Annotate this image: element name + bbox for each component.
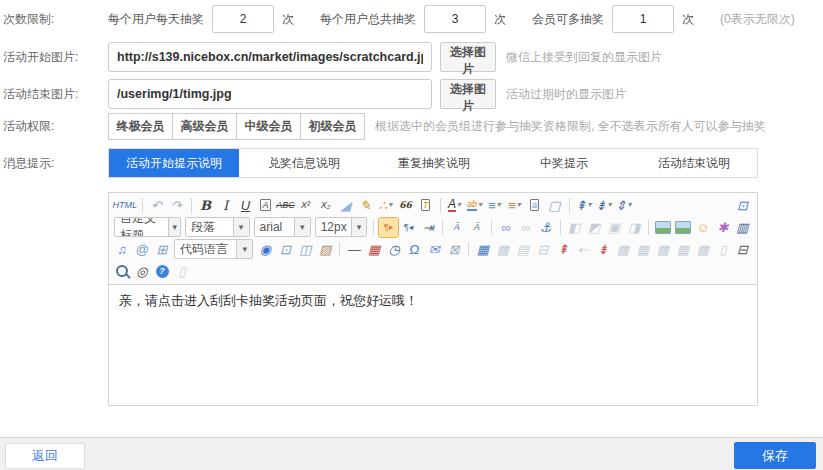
- insert-table-icon[interactable]: ▦: [474, 240, 493, 259]
- start-image-pick-button[interactable]: 选择图片: [440, 42, 496, 72]
- help-icon[interactable]: ?: [153, 262, 172, 281]
- message-icon[interactable]: ✉: [425, 240, 444, 259]
- eraser-icon[interactable]: ◢: [336, 196, 355, 215]
- table-title-icon: ▤: [514, 240, 533, 259]
- code-language-select-value: 代码语言: [180, 241, 228, 258]
- tab-win-prompt[interactable]: 中奖提示: [499, 149, 629, 177]
- member-extra-draw-group: 会员可多抽奖次: [532, 5, 694, 33]
- para-spacing-top-icon[interactable]: ⇞▾: [574, 196, 593, 215]
- daily-draw-limit-input[interactable]: [212, 5, 274, 33]
- back-button[interactable]: 返回: [5, 443, 85, 469]
- line-spacing-icon[interactable]: ⇕▾: [614, 196, 633, 215]
- source-code-button[interactable]: HTML: [113, 196, 138, 215]
- member-group-button[interactable]: 初级会员: [300, 113, 365, 140]
- end-image-pick-button[interactable]: 选择图片: [440, 79, 496, 109]
- member-extra-draw-input[interactable]: [612, 5, 674, 33]
- anchor-text-icon[interactable]: a: [525, 196, 544, 215]
- bold-icon[interactable]: B: [196, 196, 215, 215]
- undo-icon[interactable]: ↶: [147, 196, 166, 215]
- tab-repeat-draw-note[interactable]: 重复抽奖说明: [369, 149, 499, 177]
- char-border-icon[interactable]: A: [256, 196, 275, 215]
- para-spacing-bottom-icon[interactable]: ⇟▾: [594, 196, 613, 215]
- paragraph-select[interactable]: 段落▾: [185, 217, 249, 237]
- end-image-input[interactable]: [108, 79, 432, 109]
- end-image-hint: 活动过期时的显示图片: [506, 86, 626, 103]
- paste-text-icon[interactable]: T: [416, 196, 435, 215]
- special-chars-icon[interactable]: Ω: [405, 240, 424, 259]
- underline-icon[interactable]: U: [236, 196, 255, 215]
- map-icon[interactable]: ⊠: [445, 240, 464, 259]
- lowercase-icon[interactable]: Ã: [467, 218, 486, 237]
- superscript-icon[interactable]: X²: [296, 196, 315, 215]
- custom-title-select[interactable]: 自定义标题▾: [114, 217, 181, 237]
- permission-row-label: 活动权限:: [0, 118, 108, 135]
- total-draw-limit-input[interactable]: [424, 5, 486, 33]
- rtl-icon[interactable]: ¶◂: [399, 218, 418, 237]
- insert-frame-icon[interactable]: ⊞: [153, 240, 172, 259]
- preview-icon[interactable]: ⊡: [733, 196, 752, 215]
- permission-hint: 根据选中的会员组进行参与抽奖资格限制, 全不选表示所有人可以参与抽奖: [375, 118, 766, 135]
- find-icon[interactable]: ◎: [133, 262, 152, 281]
- toolbar-separator: [569, 198, 570, 213]
- template-icon[interactable]: ▨: [316, 240, 335, 259]
- delete-table-icon: ▦: [494, 240, 513, 259]
- paste-icon: ▯: [173, 262, 192, 281]
- redo-icon[interactable]: ↷: [167, 196, 186, 215]
- horizontal-rule-icon[interactable]: —: [345, 240, 364, 259]
- italic-icon[interactable]: I: [216, 196, 235, 215]
- date-icon[interactable]: ▦: [365, 240, 384, 259]
- table-layout-2-icon: ▦: [634, 240, 653, 259]
- subscript-icon[interactable]: X₂: [316, 196, 335, 215]
- blockquote-icon[interactable]: 66: [396, 196, 415, 215]
- save-button[interactable]: 保存: [734, 442, 816, 469]
- font-size-select[interactable]: 12px▾: [315, 217, 368, 237]
- toolbar-separator: [142, 198, 143, 213]
- tab-activity-end-note[interactable]: 活动结束说明: [629, 149, 759, 177]
- ordered-list-icon[interactable]: ≡▾: [485, 196, 504, 215]
- attachment-icon[interactable]: @: [133, 240, 152, 259]
- emotion-icon[interactable]: ☺: [693, 218, 712, 237]
- ltr-icon[interactable]: ¶▸: [379, 218, 398, 237]
- limit-row: 次数限制: 每个用户每天抽奖次每个用户总共抽奖次会员可多抽奖次 (0表示无限次): [0, 5, 795, 33]
- insert-image-icon[interactable]: [653, 218, 672, 237]
- uppercase-icon[interactable]: Â: [447, 218, 466, 237]
- strikethrough-icon[interactable]: ABC: [276, 196, 295, 215]
- chevron-down-icon: ▾: [168, 218, 180, 236]
- tab-activity-start-note[interactable]: 活动开始提示说明: [109, 149, 239, 177]
- blank-doc-icon[interactable]: ▢: [545, 196, 564, 215]
- columns-icon[interactable]: ◫: [296, 240, 315, 259]
- delete-row-icon[interactable]: ⇟: [594, 240, 613, 259]
- limit-row-label: 次数限制:: [0, 11, 108, 28]
- snapscreen-icon[interactable]: ⊡: [276, 240, 295, 259]
- member-group-button[interactable]: 中级会员: [236, 113, 301, 140]
- music-icon[interactable]: ♫: [113, 240, 132, 259]
- chevron-down-icon: ▾: [351, 218, 367, 236]
- video-icon[interactable]: ▥: [733, 218, 752, 237]
- start-image-input[interactable]: [108, 42, 432, 72]
- editor-content[interactable]: 亲，请点击进入刮刮卡抽奖活动页面，祝您好运哦！: [109, 285, 757, 409]
- link-icon[interactable]: ∞: [496, 218, 515, 237]
- table-layout-5-icon: ▦: [694, 240, 713, 259]
- unordered-list-icon[interactable]: ≡▾: [505, 196, 524, 215]
- insert-row-icon[interactable]: ⇞: [554, 240, 573, 259]
- insert-code-icon[interactable]: ◉: [256, 240, 275, 259]
- print-icon[interactable]: ⊟: [733, 240, 752, 259]
- indent-icon[interactable]: ⇥: [419, 218, 438, 237]
- unlink-icon: ∞: [516, 218, 535, 237]
- code-language-select[interactable]: 代码语言▾: [174, 239, 253, 259]
- font-color-icon[interactable]: A▾: [445, 196, 464, 215]
- auto-typeset-icon[interactable]: ∴▾: [376, 196, 395, 215]
- format-brush-icon[interactable]: ✎: [356, 196, 375, 215]
- tab-redeem-info-note[interactable]: 兑奖信息说明: [239, 149, 369, 177]
- time-icon[interactable]: ◷: [385, 240, 404, 259]
- toolbar-separator: [442, 220, 443, 235]
- member-group-button[interactable]: 高级会员: [172, 113, 237, 140]
- search-replace-icon[interactable]: [113, 262, 132, 281]
- toolbar-separator: [648, 220, 649, 235]
- highlight-color-icon[interactable]: ab▾: [465, 196, 484, 215]
- member-group-button[interactable]: 终极会员: [108, 113, 173, 140]
- anchor-icon[interactable]: ⚓: [536, 218, 555, 237]
- image-manager-icon[interactable]: [673, 218, 692, 237]
- font-family-select[interactable]: arial▾: [254, 217, 311, 237]
- scrawl-icon[interactable]: ✱: [713, 218, 732, 237]
